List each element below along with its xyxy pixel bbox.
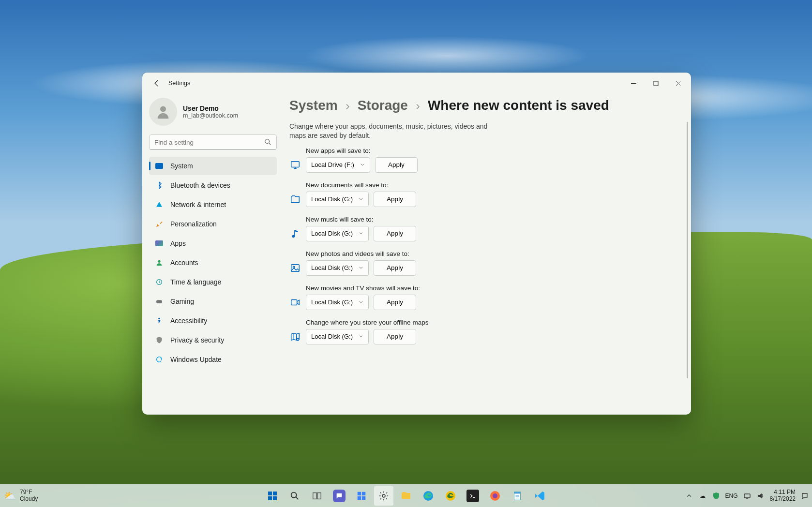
notepad-button[interactable] [507,486,527,506]
documents-drive-dropdown[interactable]: Local Disk (G:) [306,192,369,207]
main-panel: System Storage Where new content is save… [281,94,691,415]
weather-temp: 79°F [20,489,38,495]
system-tray: ☁ ENG 4:11 PM 8/17/2022 [685,489,809,503]
sidebar-item-label: System [170,162,193,170]
maps-save-icon [289,331,301,343]
svg-rect-10 [291,264,300,271]
movies-drive-dropdown[interactable]: Local Disk (G:) [306,295,369,310]
setting-label: New photos and videos will save to: [306,250,680,257]
maps-apply-button[interactable]: Apply [374,329,416,344]
sidebar-item-personalization[interactable]: Personalization [149,215,277,233]
svg-point-2 [265,139,270,144]
svg-rect-32 [744,494,750,498]
scrollbar[interactable] [687,122,688,378]
sidebar-item-label: Privacy & security [170,336,224,344]
chat-button[interactable] [329,486,349,506]
chat-icon [333,490,346,502]
svg-rect-5 [156,300,162,303]
bluetooth-icon [155,181,164,190]
sidebar-item-label: Windows Update [170,356,222,363]
svg-rect-14 [268,492,272,495]
crumb-current: Where new content is saved [428,98,609,113]
sidebar-item-gaming[interactable]: Gaming [149,292,277,311]
setting-maps: Change where you store your offline maps… [289,319,680,344]
profile-block[interactable]: User Demo m_lab@outlook.com [149,94,277,134]
volume-tray-icon[interactable] [756,492,765,500]
vscode-icon [533,490,546,502]
photos-drive-dropdown[interactable]: Local Disk (G:) [306,260,369,276]
tray-overflow-button[interactable] [685,492,693,500]
maximize-icon [653,81,659,86]
weather-widget[interactable]: ⛅ 79°F Cloudy [4,489,38,502]
apps-save-icon [289,159,301,171]
personalization-icon [155,220,164,228]
start-button[interactable] [262,486,283,506]
chevron-right-icon [345,98,351,113]
apps-apply-button[interactable]: Apply [375,157,418,173]
crumb-system[interactable]: System [289,98,338,113]
sidebar-item-bluetooth[interactable]: Bluetooth & devices [149,176,277,194]
maps-drive-dropdown[interactable]: Local Disk (G:) [306,329,369,344]
setting-documents: New documents will save to: Local Disk (… [289,181,680,207]
photos-apply-button[interactable]: Apply [374,260,416,276]
back-button[interactable] [148,75,165,92]
photos-save-icon [289,262,301,274]
sidebar-item-system[interactable]: System [149,157,277,175]
minimize-button[interactable] [622,75,645,92]
svg-rect-21 [358,492,361,495]
taskbar: ⛅ 79°F Cloudy ☁ ENG 4:11 PM 8/17/2022 [0,484,812,507]
widgets-button[interactable] [351,486,372,506]
notifications-button[interactable] [800,492,809,500]
chevron-down-icon [359,230,363,237]
network-tray-icon[interactable] [743,492,752,500]
shield-icon [155,336,164,344]
sidebar-item-apps[interactable]: Apps [149,234,277,253]
movies-apply-button[interactable]: Apply [374,295,416,310]
firefox-button[interactable] [485,486,505,506]
maximize-button[interactable] [645,75,667,92]
minimize-icon [631,81,636,86]
close-button[interactable] [667,75,689,92]
svg-rect-16 [268,496,272,500]
settings-taskbar-button[interactable] [374,486,394,506]
clock[interactable]: 4:11 PM 8/17/2022 [770,489,796,503]
sidebar-item-time[interactable]: Time & language [149,273,277,291]
music-apply-button[interactable]: Apply [374,226,416,241]
security-tray-icon[interactable] [712,492,721,500]
task-view-button[interactable] [307,486,327,506]
user-email: m_lab@outlook.com [183,112,238,119]
onedrive-icon[interactable]: ☁ [698,492,707,500]
search-box[interactable] [149,134,277,150]
notepad-icon [511,490,524,502]
explorer-button[interactable] [396,486,416,506]
vscode-button[interactable] [529,486,550,506]
sidebar-item-label: Time & language [170,278,221,286]
edge-button[interactable] [418,486,438,506]
sidebar-item-accounts[interactable]: Accounts [149,254,277,272]
terminal-button[interactable] [463,486,483,506]
music-drive-dropdown[interactable]: Local Disk (G:) [306,226,369,241]
time-icon [155,278,164,286]
sidebar-item-privacy[interactable]: Privacy & security [149,331,277,349]
svg-rect-19 [313,492,316,499]
search-input[interactable] [149,134,277,150]
sidebar-item-accessibility[interactable]: Accessibility [149,312,277,330]
search-icon [288,490,301,502]
svg-rect-23 [358,496,361,499]
sidebar-item-update[interactable]: Windows Update [149,350,277,369]
firefox-icon [489,490,501,502]
person-icon [155,104,171,120]
apps-drive-dropdown[interactable]: Local Drive (F:) [306,157,370,173]
crumb-storage[interactable]: Storage [358,98,408,113]
edge-canary-button[interactable] [440,486,461,506]
documents-apply-button[interactable]: Apply [374,192,416,207]
svg-point-6 [158,318,160,319]
language-indicator[interactable]: ENG [725,492,738,499]
svg-rect-15 [273,492,277,495]
close-icon [676,81,681,86]
sidebar-item-network[interactable]: Network & internet [149,195,277,214]
svg-rect-9 [294,230,295,236]
accounts-icon [155,258,164,267]
search-button[interactable] [285,486,305,506]
sidebar-item-label: Gaming [170,298,194,305]
